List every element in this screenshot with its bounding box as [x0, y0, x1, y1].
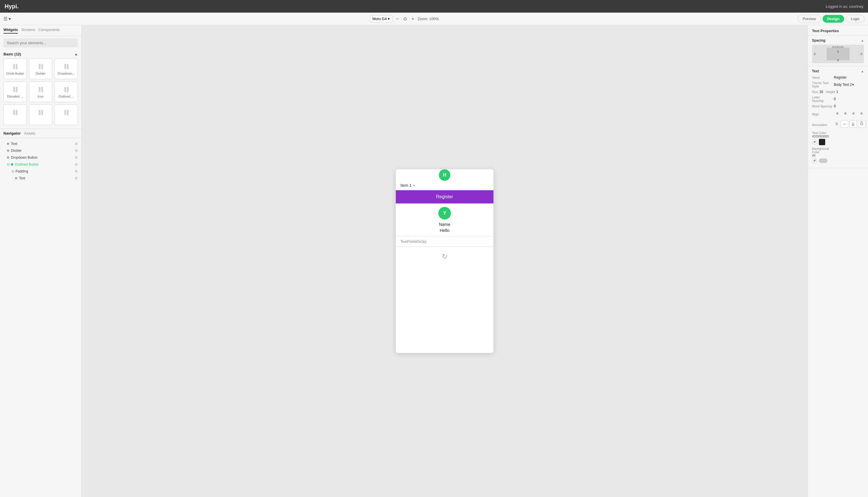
- gear-icon[interactable]: ⚙: [75, 142, 78, 146]
- theme-arrow: ▾: [852, 83, 854, 87]
- device-arrow: ▾: [388, 17, 390, 21]
- tab-components[interactable]: Components: [39, 28, 60, 33]
- theme-label: Theme Text Style: [812, 81, 832, 88]
- align-right-button[interactable]: ≡: [850, 110, 857, 117]
- refresh-icon: ↻: [442, 253, 447, 260]
- widget-label: Outlined ...: [59, 95, 74, 98]
- spacing-header[interactable]: Spacing ▲: [812, 39, 864, 42]
- phone-refresh: ↻: [396, 247, 494, 266]
- widget-outlined[interactable]: ⛓ Outlined ...: [55, 82, 78, 102]
- text-section: Text ▲ Value Register Theme Text Style B…: [808, 66, 868, 168]
- widget-extra-1[interactable]: ⛓: [3, 104, 27, 125]
- design-button[interactable]: Design: [823, 15, 844, 23]
- tab-screens[interactable]: Screens: [21, 28, 35, 33]
- nav-item-left: ⊙ Outlined Button: [7, 162, 39, 167]
- nav-dot: [7, 150, 9, 152]
- widget-icon: ⛓: [38, 109, 44, 116]
- zoom-out-button[interactable]: −: [395, 15, 400, 23]
- deco-strikethrough-button[interactable]: S: [867, 120, 868, 128]
- zoom-in-icon: +: [412, 16, 414, 21]
- right-panel-title: Text Properties: [808, 25, 868, 36]
- gear-icon[interactable]: ⚙: [75, 169, 78, 173]
- nav-dot: [7, 156, 9, 159]
- basic-section-chevron: ▲: [74, 52, 78, 56]
- phone-section: Y Name Hello: [396, 203, 494, 236]
- phone-item-row: Item 1 ▾: [396, 181, 494, 190]
- text-section-header[interactable]: Text ▲: [812, 69, 864, 73]
- nav-item-text[interactable]: Text ⚙: [0, 140, 81, 147]
- phone-header: H: [396, 169, 494, 181]
- widget-dropdown[interactable]: ⛓ Dropdown...: [55, 58, 78, 79]
- size-label: Size: [812, 90, 818, 94]
- gear-icon[interactable]: ⚙: [75, 162, 78, 167]
- device-selector[interactable]: Moto G4 ▾: [370, 15, 392, 23]
- logic-button[interactable]: Logic: [846, 15, 865, 23]
- align-row: Align ≡ ≡ ≡ ≡: [812, 110, 864, 118]
- nav-dot: [11, 163, 13, 166]
- basic-section-header[interactable]: Basic (12) ▲: [3, 49, 78, 58]
- register-button[interactable]: Register: [396, 190, 494, 203]
- align-label: Align: [812, 113, 832, 116]
- search-input[interactable]: [3, 39, 78, 47]
- bg-color-toggle[interactable]: [819, 158, 827, 163]
- nav-item-text2[interactable]: Text ⚙: [0, 175, 81, 182]
- nav-item-outlined-btn[interactable]: ⊙ Outlined Button ⚙: [0, 161, 81, 168]
- preview-button[interactable]: Preview: [798, 15, 821, 23]
- deco-dash-button[interactable]: —: [841, 120, 848, 128]
- margin-label: MARGIN: [832, 46, 844, 48]
- nav-item-padding[interactable]: ⊙ Padding ⚙: [0, 168, 81, 175]
- letter-spacing-value: 0: [834, 97, 864, 101]
- theme-dropdown[interactable]: Body Text 2 ▾: [834, 83, 854, 87]
- align-center-button[interactable]: ≡: [842, 110, 849, 117]
- value-label: Value: [812, 76, 832, 79]
- zoom-in-button[interactable]: +: [411, 15, 415, 23]
- widget-label: Icon: [38, 95, 44, 98]
- deco-overline-button[interactable]: O: [858, 120, 865, 128]
- phone-hello: Hello: [440, 228, 450, 233]
- decoration-label: Decoration: [812, 123, 832, 127]
- widget-extra-2[interactable]: ⛓: [29, 104, 52, 125]
- widget-circle-avatar[interactable]: ⛓ Circle Avatar: [3, 58, 27, 79]
- phone-textfield[interactable]: TextField#0s3pj: [396, 236, 494, 247]
- gear-icon[interactable]: ⚙: [75, 148, 78, 153]
- margin-top-value: 0: [837, 50, 839, 53]
- widget-label: Elevated ...: [7, 95, 23, 98]
- tab-navigator[interactable]: Navigator: [3, 131, 21, 136]
- widget-icon: ⛓: [64, 109, 69, 116]
- align-buttons: ≡ ≡ ≡ ≡: [834, 110, 865, 117]
- nav-item-label: Dropdown Button: [11, 156, 38, 159]
- device-label: Moto G4: [373, 17, 387, 21]
- widget-divider[interactable]: ⛓ Divider: [29, 58, 52, 79]
- navigator-tab-bar: Navigator Assets: [0, 129, 81, 138]
- widget-icon[interactable]: ⛓ Icon: [29, 82, 52, 102]
- align-justify-button[interactable]: ≡: [858, 110, 865, 117]
- deco-underline-button[interactable]: U: [849, 120, 857, 128]
- widget-elevated[interactable]: ⛓ Elevated ...: [3, 82, 27, 102]
- gear-icon[interactable]: ⚙: [75, 176, 78, 180]
- letter-spacing-label: Letter Spacing: [812, 96, 832, 102]
- nav-item-dropdown[interactable]: Dropdown Button ⚙: [0, 154, 81, 161]
- gear-icon[interactable]: ⚙: [75, 156, 78, 159]
- text-color-reset-button[interactable]: ↺: [812, 140, 817, 145]
- widget-label: Circle Avatar: [6, 72, 24, 75]
- tab-assets[interactable]: Assets: [24, 131, 35, 136]
- zoom-fit-button[interactable]: ⊙: [402, 15, 408, 23]
- widget-extra-3[interactable]: ⛓: [55, 104, 78, 125]
- canvas: H Item 1 ▾ Register Y Name Hello TextFie…: [82, 25, 808, 497]
- nav-item-divider[interactable]: Divider ⚙: [0, 147, 81, 154]
- circle-icon: ⊙: [7, 162, 10, 167]
- right-panel: Text Properties Spacing ▲ MARGIN 0 0 0 0…: [808, 25, 868, 497]
- nav-item-label: Divider: [11, 148, 22, 153]
- tab-widgets[interactable]: Widgets: [3, 28, 18, 33]
- text-color-swatch[interactable]: [819, 139, 825, 145]
- word-spacing-row: Word Spacing 0: [812, 104, 864, 108]
- size-field: Size 16: [812, 90, 823, 94]
- size-value: 16: [819, 90, 823, 94]
- menu-button[interactable]: ☰ ▾: [3, 16, 11, 22]
- nav-item-label: Padding: [15, 169, 28, 173]
- left-tab-bar: Widgets Screens Components: [0, 25, 81, 36]
- bg-color-reset-button[interactable]: ↺: [812, 158, 817, 163]
- margin-left-value: 0: [814, 52, 815, 56]
- align-left-button[interactable]: ≡: [834, 110, 841, 117]
- widget-grid: ⛓ Circle Avatar ⛓ Divider ⛓ Dropdown... …: [3, 58, 78, 129]
